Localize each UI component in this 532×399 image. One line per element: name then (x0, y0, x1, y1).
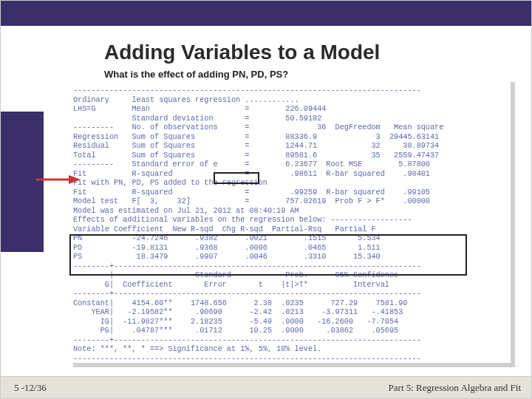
highlight-box-rsq (214, 172, 259, 184)
slide-title: Adding Variables to a Model (104, 41, 380, 64)
output-shadow-right (511, 82, 515, 367)
footer-title: Part 5: Regression Algebra and Fit (389, 382, 521, 394)
top-bar (1, 1, 531, 26)
highlight-box-vars (69, 234, 467, 276)
page-number: 5 -12/36 (14, 382, 47, 394)
footer-bar: 5 -12/36 Part 5: Regression Algebra and … (1, 376, 531, 398)
regression-output: ----------------------------------------… (73, 86, 511, 364)
output-shadow-bottom (73, 363, 515, 367)
slide: Adding Variables to a Model What is the … (0, 0, 532, 399)
slide-subtitle: What is the effect of adding PN, PD, PS? (104, 69, 288, 80)
